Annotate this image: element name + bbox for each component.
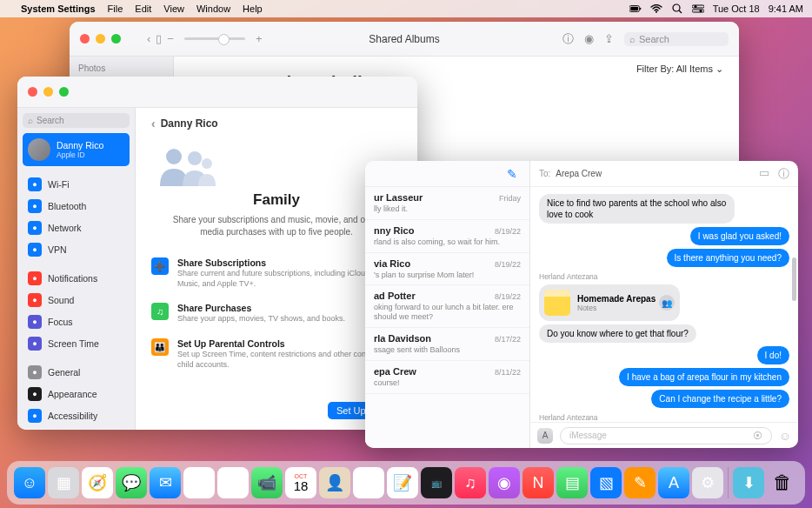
sidebar-item-appearance[interactable]: ●Appearance [23, 384, 130, 404]
dock-app-maps[interactable]: 🗺 [183, 467, 215, 498]
wifi-icon[interactable] [650, 3, 662, 15]
message-bubble-out[interactable]: Can I change the recipe a little? [651, 390, 789, 408]
close-button[interactable] [80, 34, 90, 43]
share-icon[interactable]: ⇪ [604, 32, 614, 45]
sidebar-item-label: VPN [48, 244, 67, 255]
sidebar-item-accessibility[interactable]: ●Accessibility [23, 405, 130, 426]
sidebar-toggle-icon[interactable]: ▯ [156, 32, 162, 45]
dock-trash[interactable]: 🗑 [767, 467, 798, 498]
back-icon[interactable]: ‹ [147, 32, 150, 45]
dock-app-launchpad[interactable]: ▦ [48, 467, 79, 498]
sidebar-item-focus[interactable]: ●Focus [23, 311, 130, 332]
dock-app-safari[interactable]: 🧭 [82, 467, 113, 498]
menu-view[interactable]: View [163, 3, 184, 14]
dock-app-tv[interactable]: 📺 [421, 467, 452, 498]
settings-search[interactable]: ⌕ Search [23, 113, 130, 128]
control-center-icon[interactable] [692, 3, 704, 15]
close-button[interactable] [28, 87, 37, 97]
minimize-button[interactable] [43, 87, 53, 97]
share-attachment-icon[interactable]: 👥 [659, 295, 675, 311]
emoji-icon[interactable]: ☺ [779, 429, 791, 443]
dock-app-calendar[interactable]: OCT18 [285, 467, 316, 498]
sidebar-item-network[interactable]: ●Network [23, 217, 130, 238]
conversation-list-item[interactable]: epa Crew8/11/22course! [365, 361, 529, 394]
sidebar-item-sound[interactable]: ●Sound [23, 290, 130, 311]
dock-app-finder[interactable]: ☺ [14, 467, 45, 498]
menubar-date[interactable]: Tue Oct 18 [713, 3, 760, 14]
dock-app-podcasts[interactable]: ◉ [489, 467, 520, 498]
zoom-slider[interactable] [184, 37, 245, 40]
conversation-list-item[interactable]: ur LasseurFridaylly liked it. [365, 187, 529, 220]
dock-downloads[interactable]: ⬇ [733, 467, 764, 498]
dock-app-keynote[interactable]: ▧ [590, 467, 622, 498]
dock-app-messages[interactable]: 💬 [116, 467, 147, 498]
dock-app-mail[interactable]: ✉ [150, 467, 181, 498]
info-icon[interactable]: ⓘ [778, 166, 789, 182]
dock-app-facetime[interactable]: 📹 [251, 467, 283, 498]
sidebar-item-vpn[interactable]: ●VPN [23, 239, 130, 260]
sidebar-item-bluetooth[interactable]: ●Bluetooth [23, 196, 130, 217]
conversation-list-item[interactable]: ad Potter8/19/22oking forward to our lun… [365, 285, 529, 328]
back-icon[interactable]: ‹ [151, 117, 156, 130]
dictate-icon[interactable]: ⦿ [753, 431, 762, 441]
minimize-button[interactable] [96, 34, 105, 43]
menu-window[interactable]: Window [196, 3, 230, 14]
attachment-bubble[interactable]: Homemade ArepasNotes👥 [539, 284, 680, 321]
menubar-time[interactable]: 9:41 AM [769, 3, 803, 14]
dock-app-reminders[interactable]: ☰ [353, 467, 384, 498]
message-bubble-out[interactable]: I have a bag of arepa flour in my kitche… [619, 368, 789, 386]
conversation-list-item[interactable]: via Rico8/19/22's plan to surprise Mom l… [365, 253, 529, 286]
sidebar-item-account[interactable]: Danny Rico Apple ID [23, 133, 130, 166]
sidebar-item-notifications[interactable]: ●Notifications [23, 268, 130, 289]
sidebar-item-icon: ● [28, 177, 42, 191]
menu-help[interactable]: Help [243, 3, 263, 14]
dock-app-pages[interactable]: ✎ [624, 467, 656, 498]
photos-search[interactable]: ⌕ Search [624, 32, 729, 46]
scrollbar[interactable] [792, 187, 796, 422]
message-bubble-out[interactable]: Is there anything you need? [667, 249, 789, 267]
apps-icon[interactable]: A [537, 428, 553, 444]
dock-app-notes[interactable]: 📝 [387, 467, 418, 498]
svg-point-9 [699, 10, 702, 12]
dock-app-settings[interactable]: ⚙ [692, 467, 723, 498]
dock-app-numbers[interactable]: ▤ [556, 467, 588, 498]
message-bubble-out[interactable]: I was glad you asked! [690, 227, 789, 245]
conversation-list: ✎ ur LasseurFridaylly liked it.nny Rico8… [365, 161, 530, 448]
message-bubble-in[interactable]: Do you know where to get that flour? [539, 324, 696, 343]
compose-icon[interactable]: ✎ [507, 167, 521, 181]
feature-icon: 👪 [151, 338, 169, 356]
dock-app-photos[interactable]: ✿ [217, 467, 249, 498]
family-title: Family [151, 191, 402, 209]
to-label: To: [539, 169, 550, 178]
zoom-in-icon[interactable]: + [256, 32, 263, 45]
sidebar-item-general[interactable]: ●General [23, 362, 130, 383]
info-icon[interactable]: ⓘ [562, 31, 574, 47]
battery-icon[interactable] [629, 3, 642, 15]
to-value: Arepa Crew [556, 169, 602, 178]
menu-edit[interactable]: Edit [135, 3, 151, 14]
message-bubble-out[interactable]: I do! [757, 346, 789, 364]
people-icon[interactable]: ◉ [584, 32, 594, 45]
filter-control[interactable]: Filter By: All Items ⌄ [636, 64, 723, 75]
conversation-list-item[interactable]: rla Davidson8/17/22ssage sent with Ballo… [365, 328, 529, 361]
sidebar-item-control-center[interactable]: ●Control Center [23, 427, 130, 430]
zoom-button[interactable] [111, 34, 121, 43]
dock-app-contacts[interactable]: 👤 [319, 467, 350, 498]
sidebar-item-screen-time[interactable]: ●Screen Time [23, 333, 130, 354]
message-bubble-in[interactable]: Nice to find two parents at the school w… [539, 194, 735, 224]
search-icon[interactable] [671, 3, 683, 15]
sidebar-item-wi-fi[interactable]: ●Wi-Fi [23, 174, 130, 195]
zoom-out-icon[interactable]: − [167, 32, 174, 45]
zoom-button[interactable] [59, 87, 69, 97]
app-menu[interactable]: System Settings [21, 3, 96, 14]
dock-app-music[interactable]: ♫ [455, 467, 486, 498]
video-call-icon[interactable]: ▭ [759, 166, 769, 182]
menu-file[interactable]: File [108, 3, 123, 14]
sidebar-item-label: Screen Time [48, 338, 99, 349]
dock-app-news[interactable]: N [522, 467, 554, 498]
dock-app-appstore[interactable]: A [658, 467, 689, 498]
message-stream[interactable]: Nice to find two parents at the school w… [530, 187, 798, 422]
feature-title: Share Purchases [177, 303, 345, 313]
conversation-list-item[interactable]: nny Rico8/19/22rland is also coming, so … [365, 220, 529, 253]
message-input[interactable]: iMessage ⦿ [560, 427, 772, 444]
